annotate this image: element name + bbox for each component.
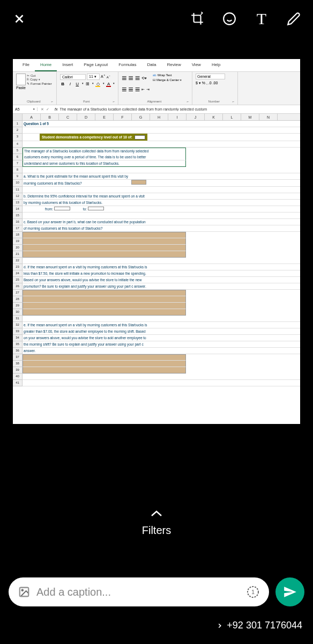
cell[interactable]: greater than $7.00, the store add anothe… [23,328,300,335]
italic-button[interactable]: I [68,82,73,86]
menu-formulas[interactable]: Formulas [113,59,141,71]
col-header[interactable]: B [41,114,59,120]
cell[interactable] [23,361,186,367]
number-format-buttons[interactable]: $ ▾ % , .0 .00 [196,81,234,85]
cell[interactable] [23,127,300,134]
row-header[interactable]: 4 [13,141,23,148]
font-color-button[interactable]: A [106,82,112,86]
format-painter-button[interactable]: ✎Format Painter [27,82,52,85]
cell[interactable] [23,238,186,245]
col-header[interactable]: C [59,114,77,120]
row-header[interactable]: 10 [13,180,23,187]
col-header[interactable]: A [23,114,41,120]
menu-data[interactable]: Data [142,59,162,71]
row-header[interactable]: 33 [13,328,23,335]
row-header[interactable]: 23 [13,264,23,270]
underline-button[interactable]: U [74,82,80,86]
align-center-icon[interactable]: ≡ [128,85,133,94]
orientation-icon[interactable]: ⟲▾ [141,76,147,80]
indent-increase-icon[interactable]: ⇥ [146,87,150,92]
cell[interactable]: less than $7.50, the store will initiate… [23,270,300,277]
row-header[interactable]: 41 [13,380,23,386]
row-header[interactable]: 20 [13,245,23,251]
row-header[interactable]: 34 [13,335,23,341]
row-header[interactable]: 30 [13,309,23,316]
row-header[interactable]: 3 [13,134,23,141]
row-header[interactable]: 37 [13,354,23,361]
row-header[interactable]: 32 [13,322,23,328]
cell[interactable] [23,380,300,386]
col-header[interactable]: K [205,114,223,120]
row-header[interactable]: 24 [13,270,23,277]
row-header[interactable]: 12 [13,193,23,200]
gallery-icon[interactable] [18,586,30,598]
cell[interactable] [23,258,300,264]
row-header[interactable]: 9 [13,173,23,180]
row-header[interactable]: 26 [13,283,23,290]
paste-button[interactable]: Paste [16,74,26,90]
row-header[interactable]: 15 [13,213,23,219]
cell[interactable]: of morning customers at this location of… [23,225,300,232]
caption-input[interactable]: Add a caption... 1 [9,577,269,606]
cell[interactable] [23,303,186,309]
cell[interactable]: morning customers at this Starbucks? [23,180,300,187]
cell[interactable]: a. What is the point estimate for the me… [23,173,300,180]
cell[interactable] [23,213,300,219]
cell[interactable] [23,296,186,303]
row-header[interactable]: 19 [13,238,23,245]
row-header[interactable]: 27 [13,290,23,296]
col-header[interactable]: D [77,114,95,120]
select-all-corner[interactable] [13,114,23,120]
row-header[interactable]: 1 [13,121,23,127]
cell[interactable]: understand and serve customers to this l… [23,160,186,167]
align-middle-icon[interactable]: ≡ [128,74,133,83]
cell[interactable]: Based on your answers above, would you a… [23,277,300,283]
merge-center-button[interactable]: ⊟Merge & Center▾ [153,78,182,82]
col-header[interactable]: M [241,114,259,120]
align-right-icon[interactable]: ≡ [135,85,140,94]
cell[interactable]: d. If the mean amount spent on a visit b… [23,264,300,270]
cell[interactable]: b. Determine the 95% confidence interval… [23,193,300,200]
col-header[interactable]: H [150,114,168,120]
row-header[interactable]: 14 [13,206,23,213]
row-header[interactable]: 25 [13,277,23,283]
cell[interactable] [23,316,300,322]
formula-text[interactable]: The manager of a Starbucks location coll… [59,107,207,111]
cell[interactable] [23,187,300,193]
recipient-chip[interactable]: +92 301 7176044 [216,620,302,631]
bold-button[interactable]: B [60,82,66,86]
cell[interactable]: c. Based on your answer in part b, what … [23,219,300,225]
row-header[interactable]: 28 [13,296,23,303]
fill-color-button[interactable]: ◇ [95,82,101,86]
cell[interactable] [23,232,186,238]
cell[interactable]: Question 1 of 5 [23,121,300,127]
col-header[interactable]: N [259,114,278,120]
cell[interactable]: promotion? Be sure to explain and justif… [23,283,300,290]
cell[interactable] [23,251,186,258]
row-header[interactable]: 11 [13,187,23,193]
cell[interactable]: on your answers above, would you advise … [23,335,300,341]
cell[interactable] [23,141,300,148]
border-button[interactable]: ⊞ [85,82,91,86]
cell[interactable] [23,374,300,380]
font-size-dropdown[interactable]: 11 ▾ [87,74,100,80]
row-header[interactable]: 17 [13,225,23,232]
menu-page-layout[interactable]: Page Layout [78,59,113,71]
menu-review[interactable]: Review [161,59,186,71]
menu-insert[interactable]: Insert [57,59,78,71]
cell[interactable] [23,367,186,374]
row-header[interactable]: 6 [13,154,23,160]
font-name-dropdown[interactable]: Calibri [60,74,86,80]
col-header[interactable]: L [223,114,241,120]
row-header[interactable]: 7 [13,160,23,167]
row-header[interactable]: 31 [13,316,23,322]
send-button[interactable] [275,577,304,606]
cell[interactable]: by morning customers at this location of… [23,200,300,206]
view-once-icon[interactable]: 1 [247,586,259,598]
cell[interactable]: the morning shift? Be sure to explain an… [23,341,300,348]
cell[interactable]: answer. [23,348,300,354]
row-header[interactable]: 8 [13,167,23,173]
copy-button[interactable]: ⎘Copy▾ [27,78,52,81]
menu-help[interactable]: Help [206,59,226,71]
cell[interactable]: from: to: [23,206,300,213]
